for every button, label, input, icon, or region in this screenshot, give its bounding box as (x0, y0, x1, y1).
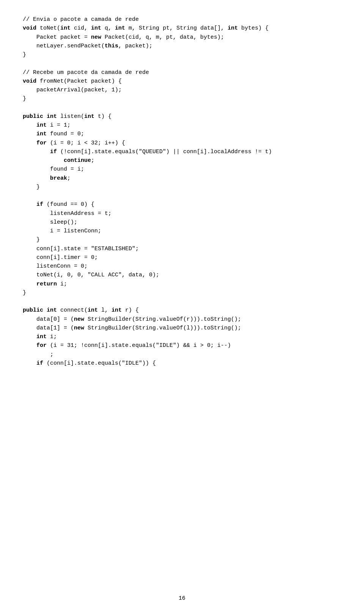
page-number: 16 (179, 595, 185, 602)
code-content: // Envia o pacote a camada de rede void … (23, 15, 341, 368)
